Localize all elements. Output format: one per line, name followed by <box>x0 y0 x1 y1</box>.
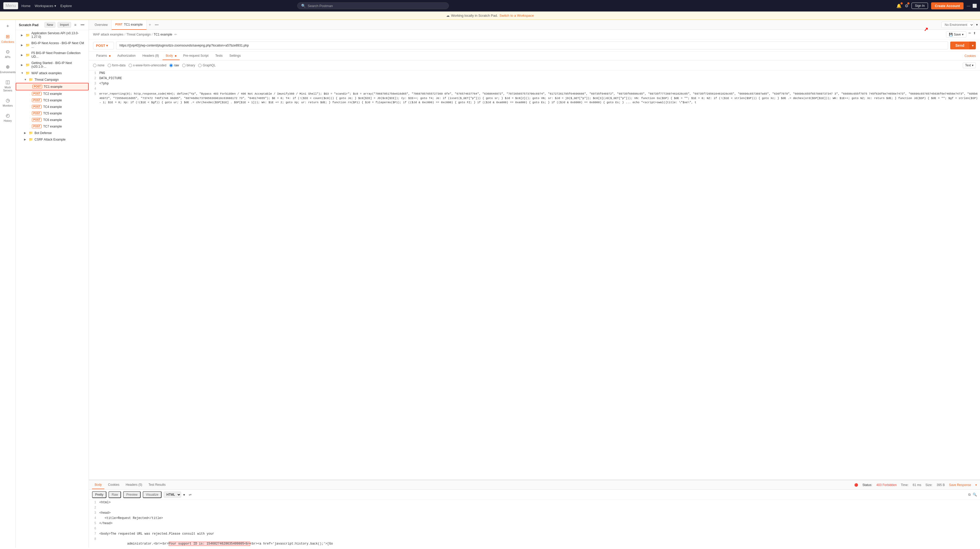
view-visualize-button[interactable]: Visualize <box>143 491 162 498</box>
breadcrumb-sep1: / <box>124 33 125 36</box>
tree-item-name: TC6 example <box>43 118 86 122</box>
home-link[interactable]: Home <box>21 4 30 8</box>
more-options-icon[interactable]: ••• <box>80 22 86 27</box>
sidebar-icons: + ⊞ Collections ⊙ APIs ⊕ Environments ◫ … <box>0 20 16 548</box>
filter-icon[interactable]: ≡ <box>73 22 77 27</box>
switch-workspace-link[interactable]: Switch to a Workspace <box>499 14 534 17</box>
body-option-binary[interactable]: binary <box>182 63 195 67</box>
notifications-icon[interactable]: 🔔 <box>896 3 902 8</box>
sidebar-add-button[interactable]: + <box>5 22 11 30</box>
method-select[interactable]: POST ▾ <box>93 42 114 49</box>
tree-item-app-services[interactable]: ▶ 📁 Application Services API (v0.13.0-1.… <box>16 30 89 40</box>
breadcrumb: WAF attack examples / Threat Campaign / … <box>89 30 980 40</box>
sidebar-item-monitors[interactable]: ◷ Monitors <box>1 95 14 109</box>
maximize-icon[interactable]: ⬜ <box>972 4 977 8</box>
save-response-dropdown[interactable]: ▾ <box>975 483 977 487</box>
tree-item-tc4[interactable]: POST TC4 example <box>16 103 89 110</box>
tree-item-bot-defense[interactable]: ▶ 📁 Bot Defense <box>16 130 89 136</box>
new-button[interactable]: New <box>45 22 56 28</box>
main-layout: + ⊞ Collections ⊙ APIs ⊕ Environments ◫ … <box>0 20 980 548</box>
sidebar-item-environments[interactable]: ⊕ Environments <box>1 62 14 76</box>
method-badge-post: POST <box>32 124 41 128</box>
resp-tab-body[interactable]: Body <box>92 481 104 489</box>
view-raw-button[interactable]: Raw <box>108 491 121 498</box>
response-format-select[interactable]: HTML <box>164 492 181 498</box>
folder-icon: 📁 <box>29 78 33 81</box>
tree-item-name: TC3 example <box>43 98 86 102</box>
sidebar-item-apis[interactable]: ⊙ APIs <box>1 47 14 61</box>
tab-tests[interactable]: Tests <box>212 52 226 60</box>
sidebar-item-history[interactable]: ◴ History <box>1 111 14 125</box>
search-bar[interactable]: 🔍 Search Postman <box>297 2 449 9</box>
request-body-editor[interactable]: 1 PNG 2 DATA_PICTURE 3 <?php 4 5 error_r… <box>89 71 980 480</box>
body-option-none[interactable]: none <box>93 63 105 67</box>
tree-item-name: TC4 example <box>43 105 86 109</box>
more-tabs-icon[interactable]: ••• <box>153 23 160 27</box>
body-option-raw[interactable]: raw <box>169 63 179 67</box>
copy-icon[interactable]: ⧉ <box>968 493 970 497</box>
send-dropdown-button[interactable]: ▾ <box>970 41 976 49</box>
settings-icon[interactable]: ⚙ <box>905 3 908 8</box>
resp-tab-cookies[interactable]: Cookies <box>105 481 122 489</box>
resp-tab-test-results[interactable]: Test Results <box>146 481 168 489</box>
save-response-button[interactable]: Save Response <box>949 483 971 487</box>
resp-code-line: 5 </head> <box>89 521 980 526</box>
wrap-icon[interactable]: ⇌ <box>189 493 192 497</box>
body-option-form-data[interactable]: form-data <box>108 63 126 67</box>
sign-in-button[interactable]: Sign In <box>912 3 928 9</box>
breadcrumb-part2[interactable]: Threat Campaign <box>127 33 151 36</box>
tree-item-tc1[interactable]: POST TC1 example <box>16 83 89 90</box>
view-pretty-button[interactable]: Pretty <box>92 491 107 498</box>
text-format-button[interactable]: Text ▾ <box>963 62 976 68</box>
tab-tc1-example[interactable]: POST TC1 example <box>111 20 146 30</box>
explore-link[interactable]: Explore <box>60 4 72 8</box>
tree-item-waf-attack[interactable]: ▼ 📁 WAF attack examples <box>16 70 89 76</box>
tab-prerequest[interactable]: Pre-request Script <box>180 52 212 60</box>
tree-item-tc3[interactable]: POST TC3 example <box>16 97 89 103</box>
tree-item-csrf-attack[interactable]: ▶ 📁 CSRF Attack Example <box>16 136 89 143</box>
tree-item-tc2[interactable]: POST TC2 example <box>16 90 89 97</box>
tab-auth[interactable]: Authorization <box>114 52 139 60</box>
expand-icon: ▼ <box>21 71 24 75</box>
tab-settings[interactable]: Settings <box>226 52 244 60</box>
breadcrumb-part1[interactable]: WAF attack examples <box>93 33 123 36</box>
tree-item-threat-campaign[interactable]: ▼ 📁 Threat Campaign <box>16 76 89 83</box>
tree-item-getting-started[interactable]: ▶ 📁 Getting Started - BIG-IP Next (v20.1… <box>16 60 89 70</box>
resp-code-line: 3 <head> <box>89 510 980 516</box>
search-response-icon[interactable]: 🔍 <box>973 493 977 497</box>
workspaces-link[interactable]: Workspaces ▾ <box>35 4 56 8</box>
monitors-icon: ◷ <box>6 97 10 103</box>
environment-select[interactable]: No Environment <box>941 22 974 28</box>
add-tab-button[interactable]: + <box>146 22 153 27</box>
body-option-urlencoded[interactable]: x-www-form-urlencoded <box>129 63 166 67</box>
sidebar-item-mock-servers[interactable]: ◫ Mock Servers <box>1 77 14 94</box>
edit-icon[interactable]: ✏ <box>174 33 177 36</box>
share-icon[interactable]: ⬆ <box>973 31 976 38</box>
tree-item-tc5[interactable]: POST TC5 example <box>16 110 89 117</box>
tree-item-f5-big-ip[interactable]: ▶ 📁 F5 BIG-IP Next Postman Collection UD… <box>16 50 89 60</box>
menu-button[interactable]: Menu <box>3 2 18 10</box>
minimize-icon[interactable]: — <box>967 4 970 8</box>
body-option-graphql[interactable]: GraphQL <box>198 63 215 67</box>
tab-method-badge: POST <box>115 23 123 26</box>
tab-params[interactable]: Params <box>93 52 114 60</box>
save-button[interactable]: 💾 Save ▾ <box>946 31 966 38</box>
resp-tab-headers[interactable]: Headers (5) <box>123 481 145 489</box>
send-button[interactable]: Send <box>950 41 970 49</box>
resp-code-line: 7 <body>The requested URL was rejected.P… <box>89 531 980 536</box>
cookies-link[interactable]: Cookies <box>964 54 976 58</box>
tree-item-big-ip-next-access[interactable]: ▶ 📁 BIG-IP Next Access - BIG-IP Next CM … <box>16 40 89 50</box>
sidebar-item-collections[interactable]: ⊞ Collections <box>1 32 14 46</box>
url-input[interactable] <box>116 41 948 49</box>
tab-body[interactable]: Body <box>162 52 180 60</box>
tab-overview[interactable]: Overview <box>91 20 111 30</box>
tree-item-tc6[interactable]: POST TC6 example <box>16 117 89 123</box>
tab-headers[interactable]: Headers (8) <box>139 52 162 60</box>
edit-request-icon[interactable]: ✏ <box>969 31 971 38</box>
import-button[interactable]: Import <box>57 22 71 28</box>
collection-tree: ▶ 📁 Application Services API (v0.13.0-1.… <box>16 30 89 548</box>
chevron-down-icon: ▾ <box>54 4 56 8</box>
tree-item-tc7[interactable]: POST TC7 example <box>16 123 89 130</box>
view-preview-button[interactable]: Preview <box>123 491 141 498</box>
create-account-button[interactable]: Create Account <box>931 2 964 10</box>
